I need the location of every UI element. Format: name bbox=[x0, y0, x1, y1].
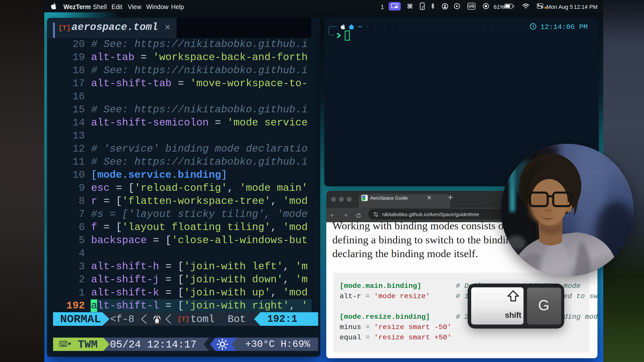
svg-text:12:14:06 PM: 12:14:06 PM bbox=[540, 23, 588, 31]
svg-text:~: ~ bbox=[358, 23, 362, 31]
